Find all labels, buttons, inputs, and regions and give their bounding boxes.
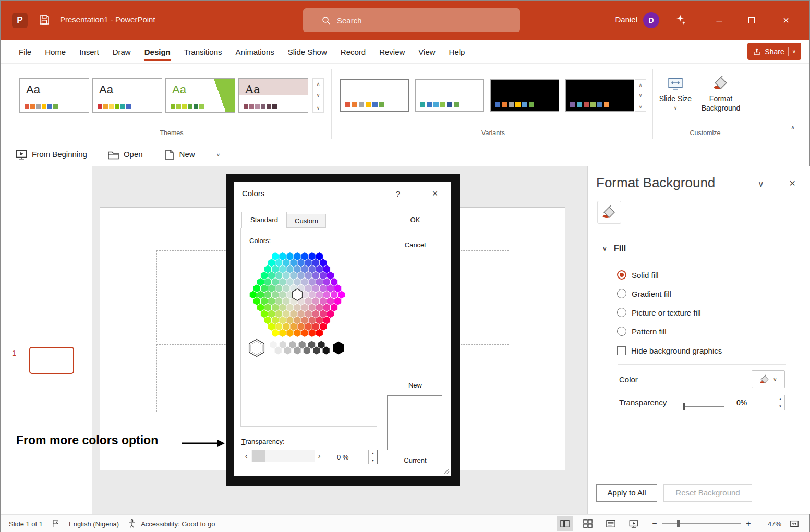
fill-section-chevron-icon[interactable]: ∨: [602, 245, 607, 252]
normal-view-button[interactable]: [557, 516, 573, 531]
transparency-slider-track[interactable]: [683, 406, 724, 407]
fill-option-gradient[interactable]: Gradient fill: [617, 288, 671, 299]
transparency-slider-thumb[interactable]: [683, 403, 685, 410]
accessibility-icon[interactable]: [127, 518, 137, 529]
spin-up-icon[interactable]: ▲: [776, 395, 784, 403]
flag-icon[interactable]: [51, 518, 61, 529]
reset-background-button[interactable]: Reset Background: [663, 484, 752, 502]
pane-close-icon[interactable]: ×: [789, 177, 795, 189]
pane-chevron-down-icon[interactable]: ∨: [758, 179, 764, 189]
coach-wand-icon[interactable]: [673, 13, 687, 29]
theme-thumbnail-3[interactable]: Aa: [165, 78, 235, 113]
share-button[interactable]: Share ∨: [747, 43, 801, 60]
apply-to-all-button[interactable]: Apply to All: [596, 484, 657, 502]
tab-slide-show[interactable]: Slide Show: [281, 40, 334, 63]
quick-access-overflow-button[interactable]: ∨: [216, 152, 221, 157]
close-dialog-icon[interactable]: ×: [427, 187, 443, 200]
slide-size-button[interactable]: Slide Size ∨: [659, 75, 692, 113]
zoom-out-button[interactable]: −: [649, 519, 660, 528]
collapse-ribbon-icon[interactable]: ∧: [791, 124, 795, 131]
themes-more-button[interactable]: ∨: [313, 101, 323, 112]
tab-file[interactable]: File: [12, 40, 38, 63]
from-beginning-button[interactable]: From Beginning: [15, 149, 87, 160]
standard-colors-hex-palette[interactable]: [247, 250, 347, 339]
transparency-value[interactable]: 0%: [730, 395, 776, 410]
variant-thumbnail-3[interactable]: [490, 79, 559, 112]
zoom-in-button[interactable]: +: [743, 519, 754, 528]
zoom-level[interactable]: 47%: [757, 520, 781, 528]
tab-insert[interactable]: Insert: [72, 40, 106, 63]
theme-thumbnail-2[interactable]: Aa: [92, 78, 162, 113]
variants-scroll-up-icon[interactable]: ∧: [635, 80, 646, 90]
spin-down-icon[interactable]: ▼: [369, 457, 377, 464]
zoom-slider-track[interactable]: [662, 523, 741, 524]
variants-scroll-down-icon[interactable]: ∨: [635, 90, 646, 101]
hide-background-graphics-option[interactable]: Hide background graphics: [617, 345, 722, 356]
tab-review[interactable]: Review: [372, 40, 412, 63]
tab-draw[interactable]: Draw: [106, 40, 138, 63]
user-avatar[interactable]: D: [643, 12, 659, 28]
checkbox-icon[interactable]: [617, 346, 626, 355]
spin-down-icon[interactable]: ▼: [776, 403, 784, 410]
theme-thumbnail-4[interactable]: Aa: [238, 78, 308, 113]
grayscale-hex-strip[interactable]: [247, 337, 352, 359]
save-icon[interactable]: [38, 14, 51, 28]
search-bar[interactable]: [303, 8, 520, 32]
powerpoint-logo-icon[interactable]: P: [12, 13, 28, 28]
tab-record[interactable]: Record: [334, 40, 372, 63]
transparency-value[interactable]: 0 %: [332, 450, 368, 464]
chevron-down-icon[interactable]: ∨: [792, 49, 796, 54]
minimize-button[interactable]: –: [707, 9, 731, 32]
new-button[interactable]: New: [163, 149, 195, 160]
maximize-button[interactable]: [740, 9, 764, 32]
open-button[interactable]: Open: [107, 149, 143, 160]
tab-home[interactable]: Home: [38, 40, 72, 63]
tab-standard[interactable]: Standard: [241, 212, 287, 228]
format-background-button[interactable]: Format Background: [697, 75, 744, 113]
tab-custom[interactable]: Custom: [287, 214, 326, 228]
scroll-right-icon[interactable]: ›: [315, 450, 324, 462]
themes-scroll-up-icon[interactable]: ∧: [313, 79, 323, 90]
tab-design[interactable]: Design: [138, 40, 177, 63]
accessibility-status[interactable]: Accessibility: Good to go: [141, 520, 215, 528]
scroll-left-icon[interactable]: ‹: [241, 450, 251, 462]
slide-sorter-view-button[interactable]: [580, 516, 596, 531]
tab-animations[interactable]: Animations: [229, 40, 281, 63]
ribbon-design: Aa Aa Aa Aa ∧ ∨ ∨ Themes: [1, 63, 809, 142]
variants-more-button[interactable]: ∨: [635, 101, 646, 111]
help-icon[interactable]: ?: [392, 188, 404, 200]
theme-thumbnail-1[interactable]: Aa: [19, 78, 89, 113]
transparency-scrollbar-thumb[interactable]: [252, 450, 265, 462]
transparency-scrollbar-track[interactable]: [251, 450, 315, 462]
cancel-button[interactable]: Cancel: [386, 237, 444, 253]
zoom-slider-thumb[interactable]: [677, 520, 680, 527]
fill-option-picture[interactable]: Picture or texture fill: [617, 307, 701, 318]
tab-transitions[interactable]: Transitions: [177, 40, 229, 63]
reading-view-button[interactable]: [603, 516, 619, 531]
variant-thumbnail-4[interactable]: [565, 79, 634, 112]
slideshow-view-button[interactable]: [626, 516, 642, 531]
fit-slide-to-window-button[interactable]: [787, 516, 802, 531]
search-input[interactable]: [337, 16, 513, 25]
fill-section-header[interactable]: Fill: [614, 244, 626, 253]
fill-option-solid[interactable]: Solid fill: [617, 269, 659, 281]
radio-icon[interactable]: [617, 289, 626, 298]
radio-icon[interactable]: [617, 327, 626, 336]
language-indicator[interactable]: English (Nigeria): [69, 520, 119, 528]
fill-option-pattern[interactable]: Pattern fill: [617, 325, 667, 337]
tab-view[interactable]: View: [412, 40, 442, 63]
slide-indicator[interactable]: Slide 1 of 1: [9, 520, 43, 528]
radio-icon[interactable]: [617, 308, 626, 317]
tab-help[interactable]: Help: [442, 40, 472, 63]
variant-thumbnail-1[interactable]: [340, 79, 409, 112]
ok-button[interactable]: OK: [386, 212, 444, 228]
variant-thumbnail-2[interactable]: [415, 79, 484, 112]
spin-up-icon[interactable]: ▲: [369, 450, 377, 457]
close-window-button[interactable]: ×: [774, 9, 798, 32]
radio-selected-icon[interactable]: [617, 270, 626, 280]
fill-bucket-tab[interactable]: [597, 201, 621, 224]
themes-scroll-down-icon[interactable]: ∨: [313, 90, 323, 102]
slide-1-thumbnail[interactable]: [29, 347, 74, 374]
color-picker-button[interactable]: ∨: [752, 370, 785, 388]
dialog-resize-grip[interactable]: [442, 467, 450, 474]
